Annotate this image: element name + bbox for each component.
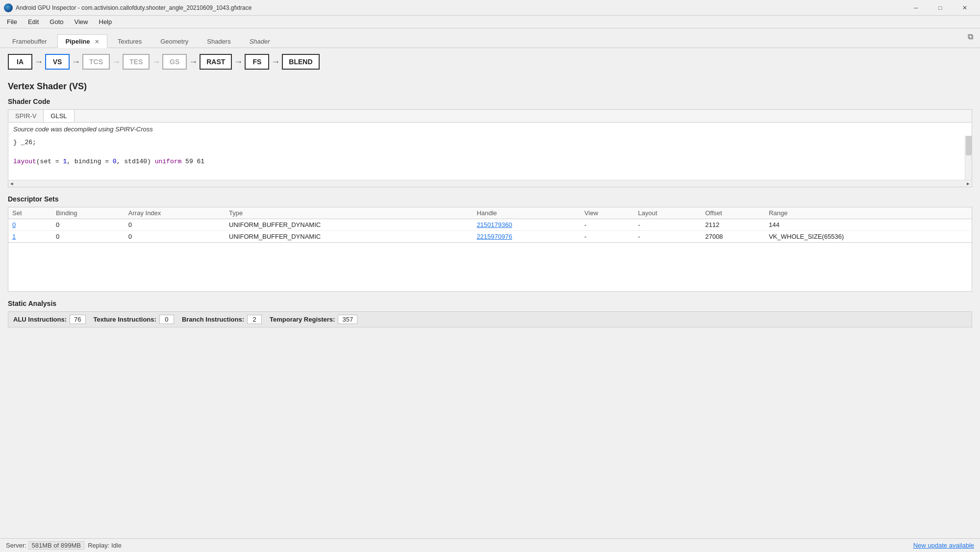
arrow-rast-fs: → <box>234 57 243 67</box>
shader-code-label: Shader Code <box>8 98 972 105</box>
set-link[interactable]: 0 <box>12 221 16 228</box>
descriptor-empty-area <box>8 243 972 292</box>
col-array-index: Array Index <box>125 207 225 219</box>
shader-scrollbar-y[interactable] <box>965 136 972 180</box>
tab-framebuffer[interactable]: Framebuffer <box>4 34 55 48</box>
stat-label: Branch Instructions: <box>182 316 244 323</box>
stat-label: Texture Instructions: <box>94 316 156 323</box>
menu-item-goto[interactable]: Goto <box>45 17 68 26</box>
descriptor-sets-table: Set Binding Array Index Type Handle View… <box>8 207 972 243</box>
scroll-right-arrow[interactable]: ▸ <box>965 180 972 187</box>
col-type: Type <box>225 207 473 219</box>
server-value: 581MB of 899MB <box>28 541 84 550</box>
arrow-vs-tcs: → <box>72 57 80 67</box>
tab-bar: Framebuffer Pipeline ✕ Textures Geometry… <box>0 28 980 48</box>
code-line-3: layout(set = 1, binding = 0, std140) uni… <box>13 157 967 167</box>
scroll-left-arrow[interactable]: ◂ <box>8 180 15 187</box>
stat-item: Texture Instructions: 0 <box>94 315 174 324</box>
tab-shaders[interactable]: Shaders <box>199 34 239 48</box>
handle-link[interactable]: 2150179360 <box>477 221 512 228</box>
descriptor-sets-label: Descriptor Sets <box>8 195 972 203</box>
table-row: 100UNIFORM_BUFFER_DYNAMIC2215970976--270… <box>8 231 972 243</box>
stat-value: 357 <box>338 315 357 324</box>
code-line-2 <box>13 148 967 157</box>
pipeline-node-ia[interactable]: IA <box>8 54 32 70</box>
pipeline-node-blend[interactable]: BLEND <box>282 54 319 70</box>
pipeline-node-fs[interactable]: FS <box>245 54 269 70</box>
tab-spirv[interactable]: SPIR-V <box>8 110 43 122</box>
stat-value: 2 <box>247 315 262 324</box>
set-link[interactable]: 1 <box>12 233 16 240</box>
arrow-gs-rast: → <box>189 57 198 67</box>
tab-pipeline-close[interactable]: ✕ <box>95 39 99 45</box>
tab-geometry[interactable]: Geometry <box>152 34 197 48</box>
col-range: Range <box>765 207 972 219</box>
col-set: Set <box>8 207 52 219</box>
status-bar-right: New update available <box>913 542 974 549</box>
shader-code-info: Source code was decompiled using SPIRV-C… <box>8 123 972 136</box>
pipeline-node-tcs[interactable]: TCS <box>82 54 110 70</box>
replay-label: Replay: <box>88 542 109 549</box>
menu-item-file[interactable]: File <box>2 17 22 26</box>
stat-label: ALU Instructions: <box>13 316 67 323</box>
stat-item: Branch Instructions: 2 <box>182 315 262 324</box>
menu-item-edit[interactable]: Edit <box>23 17 44 26</box>
stat-label: Temporary Registers: <box>270 316 335 323</box>
col-view: View <box>580 207 634 219</box>
col-layout: Layout <box>634 207 701 219</box>
stat-item: ALU Instructions: 76 <box>13 315 86 324</box>
shader-scrollbar-y-thumb[interactable] <box>966 136 972 155</box>
pipeline-area: IA → VS → TCS → TES → GS → <box>0 48 980 75</box>
pipeline-node-gs[interactable]: GS <box>162 54 187 70</box>
title-bar: Android GPU Inspector - com.activision.c… <box>0 0 980 16</box>
app-icon <box>4 3 13 12</box>
main-content: Framebuffer Pipeline ✕ Textures Geometry… <box>0 28 980 538</box>
shader-code-panel: SPIR-V GLSL Source code was decompiled u… <box>8 109 972 187</box>
col-offset: Offset <box>701 207 765 219</box>
expand-button[interactable]: ⧉ <box>965 31 976 42</box>
handle-link[interactable]: 2215970976 <box>477 233 512 240</box>
table-row: 000UNIFORM_BUFFER_DYNAMIC2150179360--211… <box>8 219 972 231</box>
stat-value: 0 <box>159 315 174 324</box>
col-handle: Handle <box>473 207 580 219</box>
tab-glsl[interactable]: GLSL <box>43 110 74 122</box>
minimize-button[interactable]: ─ <box>905 1 927 15</box>
menu-bar: FileEditGotoViewHelp <box>0 16 980 28</box>
title-bar-text: Android GPU Inspector - com.activision.c… <box>16 4 905 11</box>
replay-value: Idle <box>111 542 122 549</box>
shader-tabs: SPIR-V GLSL <box>8 110 972 123</box>
static-analysis-label: Static Analysis <box>8 300 972 307</box>
pipeline-nodes: IA → VS → TCS → TES → GS → <box>8 54 972 70</box>
arrow-ia-vs: → <box>34 57 43 67</box>
maximize-button[interactable]: □ <box>929 1 952 15</box>
col-binding: Binding <box>52 207 125 219</box>
tab-pipeline[interactable]: Pipeline ✕ <box>57 34 107 48</box>
stat-row: ALU Instructions: 76 Texture Instruction… <box>8 311 972 327</box>
arrow-tcs-tes: → <box>112 57 121 67</box>
shader-code-section: Shader Code SPIR-V GLSL Source code was … <box>8 98 972 187</box>
code-line-1: } _26; <box>13 138 967 148</box>
tab-shader[interactable]: Shader <box>241 34 278 48</box>
static-analysis-section: Static Analysis ALU Instructions: 76 Tex… <box>8 300 972 327</box>
stat-item: Temporary Registers: 357 <box>270 315 357 324</box>
descriptor-sets-section: Descriptor Sets Set Binding Array Index … <box>8 195 972 292</box>
menu-item-help[interactable]: Help <box>94 17 117 26</box>
title-bar-buttons: ─ □ ✕ <box>905 1 976 15</box>
update-link[interactable]: New update available <box>913 542 974 549</box>
tab-textures[interactable]: Textures <box>109 34 150 48</box>
vertex-shader-title: Vertex Shader (VS) <box>8 81 972 92</box>
pipeline-node-tes[interactable]: TES <box>123 54 150 70</box>
server-label: Server: <box>6 542 26 549</box>
section-content: Vertex Shader (VS) Shader Code SPIR-V GL… <box>0 75 980 538</box>
menu-item-view[interactable]: View <box>70 17 93 26</box>
status-bar: Server: 581MB of 899MB Replay: Idle New … <box>0 538 980 552</box>
arrow-fs-blend: → <box>271 57 280 67</box>
arrow-tes-gs: → <box>151 57 160 67</box>
stat-value: 76 <box>70 315 85 324</box>
pipeline-node-vs[interactable]: VS <box>45 54 70 70</box>
shader-scrollbar-x[interactable]: ◂ ▸ <box>8 180 972 187</box>
pipeline-node-rast[interactable]: RAST <box>200 54 232 70</box>
close-button[interactable]: ✕ <box>954 1 976 15</box>
shader-code-body[interactable]: } _26; layout(set = 1, binding = 0, std1… <box>8 136 972 180</box>
